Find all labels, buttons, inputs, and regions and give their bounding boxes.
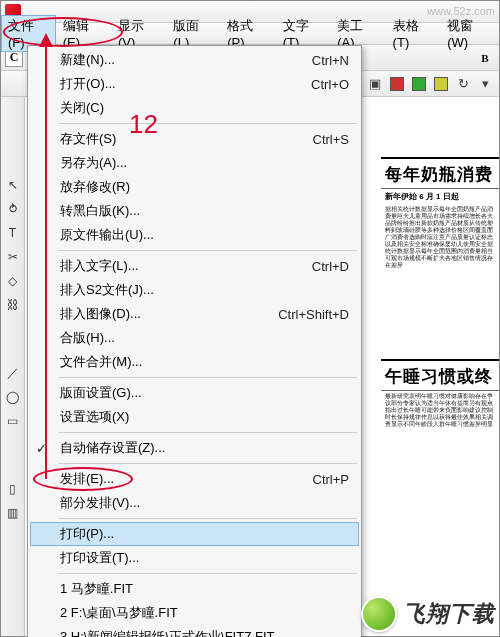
shape-tool-icon[interactable]: ◇ (3, 271, 23, 291)
menu-publish[interactable]: 发排(E)... Ctrl+P (30, 467, 359, 491)
ellipse-tool-icon[interactable]: ◯ (3, 387, 23, 407)
menu-publish-label: 发排(E)... (60, 470, 114, 488)
menu-discard-label: 放弃修改(R) (60, 178, 130, 196)
menu-print[interactable]: 打印(P)... (30, 522, 359, 546)
menu-print-setup[interactable]: 打印设置(T)... (30, 546, 359, 570)
columns-tool-icon[interactable]: ▥ (3, 503, 23, 523)
menu-file-merge-label: 文件合并(M)... (60, 353, 142, 371)
yellow-swatch[interactable] (431, 74, 451, 94)
article-body-1: 据相关统计数据显示每年全国奶瓶产品消费量巨大儿童用品市场需求持续增长各大品牌纷纷… (381, 204, 499, 359)
link-tool-icon[interactable]: ⛓ (3, 295, 23, 315)
menu-saveas-label: 另存为(A)... (60, 154, 127, 172)
menu-recent-1-label: 1 马梦瞳.FIT (60, 580, 133, 598)
menu-save[interactable]: 存文件(S) Ctrl+S (30, 127, 359, 151)
watermark-text: www.52z.com (427, 5, 495, 17)
headline-2: 午睡习惯或终 (381, 359, 499, 391)
menu-open-shortcut: Ctrl+O (311, 77, 349, 92)
document-preview: 每年奶瓶消费 新年伊始 6 月 1 日起 据相关统计数据显示每年全国奶瓶产品消费… (381, 97, 499, 636)
menu-partial-publish-label: 部分发排(V)... (60, 494, 140, 512)
menu-file-merge[interactable]: 文件合并(M)... (30, 350, 359, 374)
menu-whiteboard[interactable]: 转黑白版(K)... (30, 199, 359, 223)
separator (58, 123, 357, 124)
menu-origexport[interactable]: 原文件输出(U)... (30, 223, 359, 247)
headline-1: 每年奶瓶消费 (381, 157, 499, 189)
red-swatch[interactable] (387, 74, 407, 94)
menu-options-label: 设置选项(X) (60, 408, 129, 426)
frame-tool-icon[interactable]: ▯ (3, 479, 23, 499)
menu-insert-text-shortcut: Ctrl+D (312, 259, 349, 274)
layout-icon[interactable]: ▣ (365, 74, 385, 94)
menu-close[interactable]: 关闭(C) (30, 96, 359, 120)
line-tool-icon[interactable]: ／ (3, 363, 23, 383)
menu-recent-3-label: 3 H:\新闻编辑报纸\正式作业\FIT7.FIT (60, 628, 275, 637)
refresh-icon[interactable]: ↻ (453, 74, 473, 94)
menu-insert-s2[interactable]: 排入S2文件(J)... (30, 278, 359, 302)
dropdown-icon[interactable]: ▾ (475, 74, 495, 94)
footer-brand: 飞翔下载 (361, 596, 495, 632)
menu-print-label: 打印(P)... (60, 525, 114, 543)
separator (58, 377, 357, 378)
green-swatch[interactable] (409, 74, 429, 94)
pointer-tool-icon[interactable]: ↖ (3, 175, 23, 195)
separator (58, 432, 357, 433)
separator (58, 518, 357, 519)
menu-autosave[interactable]: ✓ 自动储存设置(Z)... (30, 436, 359, 460)
menu-combine-label: 合版(H)... (60, 329, 115, 347)
separator (58, 463, 357, 464)
separator (58, 250, 357, 251)
menu-page-setup[interactable]: 版面设置(G)... (30, 381, 359, 405)
menu-saveas[interactable]: 另存为(A)... (30, 151, 359, 175)
menu-partial-publish[interactable]: 部分发排(V)... (30, 491, 359, 515)
menu-recent-1[interactable]: 1 马梦瞳.FIT (30, 577, 359, 601)
brand-name: 飞翔下载 (403, 599, 495, 629)
menu-recent-2-label: 2 F:\桌面\马梦瞳.FIT (60, 604, 178, 622)
menu-close-label: 关闭(C) (60, 99, 104, 117)
menu-whiteboard-label: 转黑白版(K)... (60, 202, 140, 220)
rotate-tool-icon[interactable]: ⥁ (3, 199, 23, 219)
left-toolbox: ↖ ⥁ T ✂ ◇ ⛓ ／ ◯ ▭ ▯ ▥ (1, 97, 25, 636)
menu-insert-text-label: 排入文字(L)... (60, 257, 139, 275)
menu-save-shortcut: Ctrl+S (313, 132, 349, 147)
menu-insert-image-shortcut: Ctrl+Shift+D (278, 307, 349, 322)
menu-new[interactable]: 新建(N)... Ctrl+N (30, 48, 359, 72)
menu-new-label: 新建(N)... (60, 51, 115, 69)
menu-open-label: 打开(O)... (60, 75, 116, 93)
subhead-1: 新年伊始 6 月 1 日起 (381, 189, 499, 204)
menubar: 文件(F) 编辑(E) 显示(V) 版面(L) 格式(P) 文字(T) 美工(A… (1, 23, 499, 45)
menu-open[interactable]: 打开(O)... Ctrl+O (30, 72, 359, 96)
menu-window[interactable]: 视窗(W) (440, 15, 499, 52)
menu-print-setup-label: 打印设置(T)... (60, 549, 139, 567)
menu-table[interactable]: 表格(T) (386, 15, 441, 52)
menu-insert-image[interactable]: 排入图像(D)... Ctrl+Shift+D (30, 302, 359, 326)
crop-tool-icon[interactable]: ✂ (3, 247, 23, 267)
menu-autosave-label: 自动储存设置(Z)... (60, 439, 165, 457)
separator (58, 573, 357, 574)
menu-insert-s2-label: 排入S2文件(J)... (60, 281, 154, 299)
menu-save-label: 存文件(S) (60, 130, 116, 148)
text-tool-icon[interactable]: T (3, 223, 23, 243)
menu-insert-text[interactable]: 排入文字(L)... Ctrl+D (30, 254, 359, 278)
article-body-2: 最新研究表明午睡习惯对健康影响存在争议部分专家认为适当午休有益而另有观点指出过长… (381, 391, 499, 481)
menu-insert-image-label: 排入图像(D)... (60, 305, 141, 323)
menu-options[interactable]: 设置选项(X) (30, 405, 359, 429)
brand-logo-icon (361, 596, 397, 632)
menu-combine[interactable]: 合版(H)... (30, 326, 359, 350)
rect-tool-icon[interactable]: ▭ (3, 411, 23, 431)
menu-recent-3[interactable]: 3 H:\新闻编辑报纸\正式作业\FIT7.FIT (30, 625, 359, 637)
app-window: 文件(F) 编辑(E) 显示(V) 版面(L) 格式(P) 文字(T) 美工(A… (0, 0, 500, 637)
menu-recent-2[interactable]: 2 F:\桌面\马梦瞳.FIT (30, 601, 359, 625)
menu-publish-shortcut: Ctrl+P (313, 472, 349, 487)
menu-origexport-label: 原文件输出(U)... (60, 226, 154, 244)
file-menu-dropdown: 新建(N)... Ctrl+N 打开(O)... Ctrl+O 关闭(C) 存文… (27, 45, 362, 637)
menu-page-setup-label: 版面设置(G)... (60, 384, 142, 402)
menu-new-shortcut: Ctrl+N (312, 53, 349, 68)
menu-discard[interactable]: 放弃修改(R) (30, 175, 359, 199)
check-icon: ✓ (36, 441, 47, 456)
